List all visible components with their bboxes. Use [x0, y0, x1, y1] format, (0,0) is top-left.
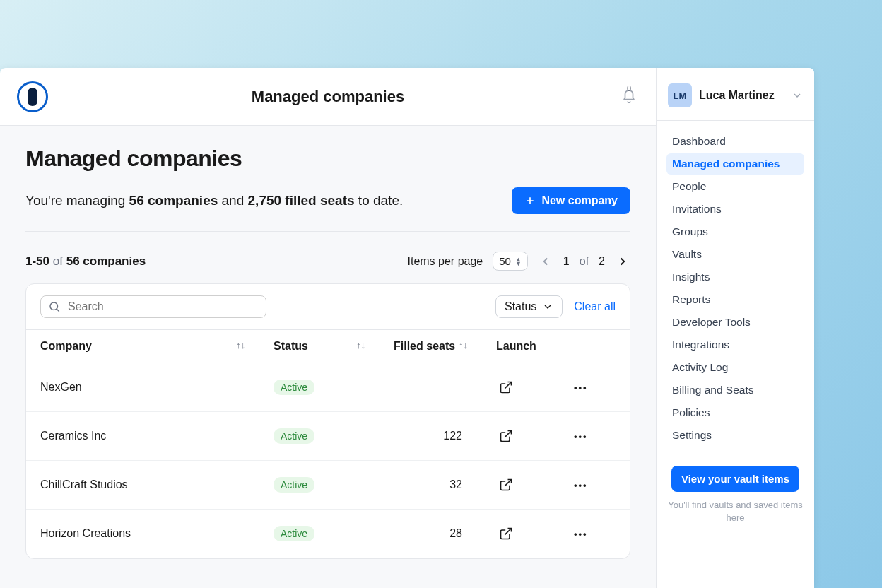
- chevron-down-icon: [792, 90, 803, 101]
- status-filter-label: Status: [505, 300, 536, 313]
- new-company-label: New company: [541, 194, 618, 207]
- chevron-left-icon: [539, 255, 552, 268]
- view-vault-button[interactable]: View your vault items: [671, 466, 799, 492]
- prev-page-button[interactable]: [538, 254, 553, 269]
- sort-icon: ↑↓: [356, 340, 365, 351]
- launch-button[interactable]: [496, 426, 516, 446]
- user-menu[interactable]: LM Luca Martinez: [666, 81, 804, 110]
- search-input[interactable]: [68, 300, 259, 313]
- stepper-icon: ▲▼: [515, 257, 522, 266]
- cell-status: Active: [259, 510, 380, 558]
- col-status[interactable]: Status↑↓: [259, 330, 380, 363]
- summary-row: You're managing 56 companies and 2,750 f…: [25, 187, 630, 232]
- cell-company: ChillCraft Studios: [26, 461, 259, 510]
- row-actions-button[interactable]: •••: [574, 480, 588, 490]
- col-actions: [560, 330, 630, 363]
- row-actions-button[interactable]: •••: [574, 382, 588, 393]
- items-per-page-select[interactable]: 50 ▲▼: [493, 252, 528, 271]
- summary-seats: 2,750 filled seats: [248, 193, 355, 208]
- current-page: 1: [563, 255, 570, 268]
- status-badge: Active: [274, 428, 314, 444]
- cell-launch: [482, 412, 560, 461]
- plus-icon: [524, 195, 536, 206]
- sidebar-item[interactable]: Insights: [666, 266, 804, 288]
- summary-prefix: You're managing: [25, 193, 129, 208]
- page-of: of: [580, 255, 589, 268]
- status-badge: Active: [274, 526, 314, 541]
- cell-actions: •••: [560, 412, 630, 461]
- pager-controls: Items per page 50 ▲▼ 1 of 2: [408, 252, 631, 271]
- clear-all-button[interactable]: Clear all: [574, 300, 616, 313]
- next-page-button[interactable]: [615, 254, 630, 269]
- cell-launch: [482, 510, 560, 558]
- sidebar-item[interactable]: Billing and Seats: [666, 380, 804, 401]
- external-link-icon: [499, 527, 513, 541]
- app-shell: Managed companies 0 Managed companies Yo…: [0, 68, 814, 588]
- cell-actions: •••: [560, 461, 630, 510]
- table-row: Ceramics IncActive122•••: [26, 412, 630, 461]
- row-actions-button[interactable]: •••: [574, 529, 588, 539]
- search-field[interactable]: [40, 295, 266, 318]
- notifications-button[interactable]: 0: [619, 87, 639, 107]
- cell-status: Active: [259, 412, 380, 461]
- cell-actions: •••: [560, 363, 630, 412]
- companies-card: Status Clear all Company↑↓ Status↑↓ Fill…: [25, 283, 630, 559]
- sidebar-item[interactable]: Policies: [666, 402, 804, 423]
- cell-launch: [482, 363, 560, 412]
- launch-button[interactable]: [496, 377, 516, 397]
- status-filter[interactable]: Status: [495, 295, 563, 318]
- sidebar-item[interactable]: Activity Log: [666, 357, 804, 378]
- page-title: Managed companies: [25, 146, 630, 172]
- sidebar-item[interactable]: Groups: [666, 221, 804, 242]
- cell-status: Active: [259, 363, 380, 412]
- sidebar-item[interactable]: Integrations: [666, 334, 804, 355]
- card-toolbar: Status Clear all: [26, 284, 630, 329]
- search-icon: [48, 300, 61, 313]
- avatar: LM: [668, 83, 692, 107]
- sort-icon: ↑↓: [459, 340, 468, 351]
- range-numbers: 1-50: [25, 254, 49, 268]
- divider: [657, 120, 814, 121]
- cell-actions: •••: [560, 510, 630, 558]
- new-company-button[interactable]: New company: [512, 187, 630, 214]
- sidebar: LM Luca Martinez DashboardManaged compan…: [656, 68, 814, 588]
- table-row: Horizon CreationsActive28•••: [26, 510, 630, 558]
- col-filled-seats[interactable]: Filled seats↑↓: [380, 330, 482, 363]
- notifications-count: 0: [627, 84, 631, 93]
- summary-suffix: to date.: [355, 193, 404, 208]
- cell-seats: [380, 363, 482, 412]
- content-area: Managed companies You're managing 56 com…: [0, 126, 656, 588]
- app-logo: [17, 81, 48, 112]
- cell-launch: [482, 461, 560, 510]
- sidebar-item[interactable]: Invitations: [666, 199, 804, 220]
- summary-text: You're managing 56 companies and 2,750 f…: [25, 193, 403, 208]
- companies-table: Company↑↓ Status↑↓ Filled seats↑↓ Launch…: [26, 329, 630, 558]
- svg-point-0: [50, 302, 58, 310]
- sidebar-nav: DashboardManaged companiesPeopleInvitati…: [666, 131, 804, 446]
- cell-status: Active: [259, 461, 380, 510]
- sidebar-item[interactable]: Reports: [666, 289, 804, 310]
- sidebar-item[interactable]: Vaults: [666, 244, 804, 265]
- summary-companies: 56 companies: [129, 193, 218, 208]
- status-badge: Active: [274, 380, 314, 395]
- cell-seats: 32: [380, 461, 482, 510]
- sidebar-item[interactable]: Settings: [666, 425, 804, 446]
- summary-mid: and: [218, 193, 247, 208]
- chevron-down-icon: [542, 301, 553, 312]
- total-pages: 2: [599, 255, 605, 268]
- vault-hint: You'll find vaults and saved items here: [666, 499, 804, 524]
- ipp-value: 50: [499, 255, 511, 267]
- sidebar-item[interactable]: Managed companies: [666, 153, 804, 175]
- external-link-icon: [499, 429, 513, 443]
- launch-button[interactable]: [496, 524, 516, 543]
- table-row: ChillCraft StudiosActive32•••: [26, 461, 630, 510]
- topbar: Managed companies 0: [0, 68, 656, 126]
- range-of: of: [53, 254, 63, 268]
- col-company[interactable]: Company↑↓: [26, 330, 259, 363]
- cell-seats: 28: [380, 510, 482, 558]
- row-actions-button[interactable]: •••: [574, 431, 588, 442]
- sidebar-item[interactable]: Developer Tools: [666, 312, 804, 333]
- sidebar-item[interactable]: Dashboard: [666, 131, 804, 152]
- sidebar-item[interactable]: People: [666, 176, 804, 197]
- launch-button[interactable]: [496, 475, 516, 495]
